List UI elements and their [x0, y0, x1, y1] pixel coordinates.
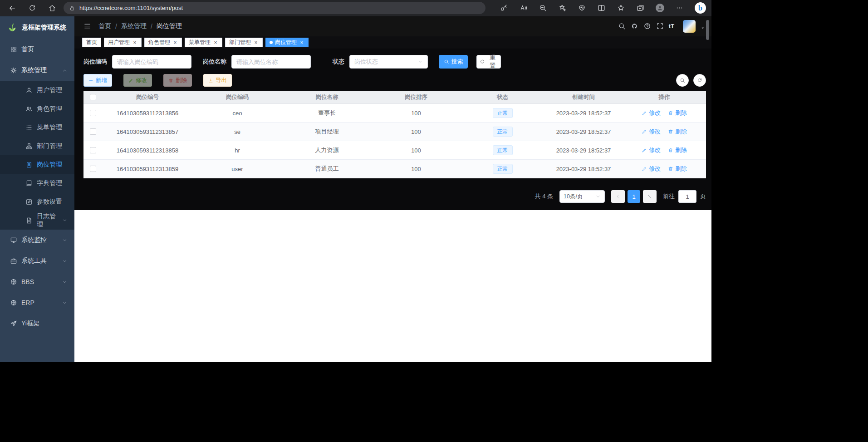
- close-icon[interactable]: ×: [253, 40, 259, 45]
- sidebar-item-dict-admin[interactable]: 字典管理: [0, 174, 74, 192]
- sidebar-item-dept-admin[interactable]: 部门管理: [0, 137, 74, 155]
- sidebar-item-role-admin[interactable]: 角色管理: [0, 99, 74, 118]
- password-icon[interactable]: [500, 4, 508, 12]
- tab-user-admin[interactable]: 用户管理×: [104, 38, 142, 47]
- cell-post-id: 1641030593112313857: [103, 123, 192, 141]
- sidebar-item-system-monitor[interactable]: 系统监控: [0, 230, 74, 250]
- sidebar-item-system-admin[interactable]: 系统管理: [0, 60, 74, 81]
- close-icon[interactable]: ×: [172, 40, 178, 45]
- zoom-out-icon[interactable]: [539, 4, 547, 12]
- tab-post-admin[interactable]: 岗位管理×: [265, 38, 309, 47]
- table-row[interactable]: 1641030593112313857se项目经理100正常2023-03-29…: [83, 123, 706, 141]
- sidebar-item-system-tools[interactable]: 系统工具: [0, 250, 74, 271]
- split-screen-icon[interactable]: [597, 4, 606, 12]
- next-page-button[interactable]: [643, 190, 657, 203]
- address-bar[interactable]: https://ccnetcore.com:1101/system/post: [64, 2, 485, 14]
- tab-home[interactable]: 首页: [82, 38, 101, 47]
- toggle-search-button[interactable]: [676, 74, 689, 87]
- select-all-checkbox[interactable]: [90, 94, 96, 100]
- favorites-add-icon[interactable]: [558, 4, 567, 12]
- page-size-select[interactable]: 10条/页: [559, 190, 605, 203]
- row-edit-link[interactable]: 修改: [642, 109, 661, 117]
- refresh-icon[interactable]: [28, 4, 36, 12]
- tab-menu-admin[interactable]: 菜单管理×: [185, 38, 222, 47]
- sidebar-item-yi-framework[interactable]: Yi框架: [0, 313, 74, 334]
- page-number-1[interactable]: 1: [628, 190, 640, 203]
- export-button[interactable]: 导出: [203, 74, 232, 87]
- sidebar-item-user-admin[interactable]: 用户管理: [0, 81, 74, 99]
- add-button[interactable]: 新增: [83, 74, 112, 87]
- cell-post-id: 1641030593112313859: [103, 160, 192, 178]
- status-badge: 正常: [493, 127, 513, 137]
- help-icon[interactable]: [643, 22, 651, 30]
- row-edit-link[interactable]: 修改: [642, 165, 661, 173]
- status-select[interactable]: 岗位状态: [349, 55, 428, 69]
- search-button[interactable]: 搜索: [439, 55, 468, 69]
- close-icon[interactable]: ×: [132, 40, 137, 45]
- tab-dept-admin[interactable]: 部门管理×: [225, 38, 263, 47]
- row-edit-link[interactable]: 修改: [642, 128, 661, 136]
- status-badge: 正常: [493, 164, 513, 174]
- font-size-icon[interactable]: tT: [669, 23, 674, 29]
- close-icon[interactable]: ×: [299, 40, 304, 45]
- edit-icon: [642, 129, 647, 134]
- post-name-input[interactable]: [231, 55, 311, 69]
- sidebar-item-home[interactable]: 首页: [0, 39, 74, 60]
- page-scrollbar-thumb[interactable]: [706, 20, 709, 40]
- user-avatar[interactable]: [683, 20, 696, 33]
- url-text[interactable]: https://ccnetcore.com:1101/system/post: [79, 5, 183, 11]
- browser-essentials-icon[interactable]: [578, 4, 586, 12]
- prev-page-button[interactable]: [611, 190, 625, 203]
- table-row[interactable]: 1641030593112313859user普通员工100正常2023-03-…: [83, 160, 706, 178]
- back-icon[interactable]: [8, 4, 16, 12]
- refresh-table-button[interactable]: [693, 74, 706, 87]
- collections-icon[interactable]: [636, 4, 645, 12]
- row-delete-link[interactable]: 删除: [668, 146, 687, 154]
- breadcrumb-system[interactable]: 系统管理: [121, 22, 147, 30]
- row-delete-link[interactable]: 删除: [668, 165, 687, 173]
- browser-nav-buttons: [8, 4, 56, 12]
- header-search-icon[interactable]: [618, 22, 626, 30]
- row-delete-link[interactable]: 删除: [668, 109, 687, 117]
- home-icon[interactable]: [48, 4, 56, 12]
- app-logo[interactable]: 意框架管理系统: [0, 16, 74, 39]
- github-icon[interactable]: [631, 22, 638, 30]
- col-post-sort: 岗位排序: [372, 91, 461, 104]
- row-checkbox[interactable]: [90, 147, 96, 153]
- fullscreen-icon[interactable]: [656, 22, 664, 30]
- edit-button[interactable]: 修改: [123, 74, 152, 87]
- navbar: 首页 / 系统管理 / 岗位管理 tT: [74, 16, 711, 36]
- row-checkbox[interactable]: [90, 166, 96, 172]
- sidebar-item-post-admin[interactable]: 岗位管理: [0, 155, 74, 174]
- row-checkbox[interactable]: [90, 110, 96, 116]
- browser-profile-icon[interactable]: [656, 4, 664, 12]
- sidebar-item-erp[interactable]: ERP: [0, 292, 74, 313]
- edit-button-label: 修改: [136, 77, 147, 84]
- goto-page-input[interactable]: [678, 190, 696, 203]
- chevron-down-icon: [62, 218, 67, 223]
- post-code-input[interactable]: [112, 55, 191, 69]
- edit-icon: [128, 78, 133, 83]
- table-row[interactable]: 1641030593112313856ceo董事长100正常2023-03-29…: [83, 104, 706, 123]
- chevron-down-icon[interactable]: [701, 26, 705, 30]
- row-delete-link[interactable]: 删除: [668, 128, 687, 136]
- copilot-bing-icon[interactable]: b: [695, 2, 706, 14]
- browser-menu-icon[interactable]: [675, 4, 684, 12]
- reset-button[interactable]: 重置: [476, 55, 501, 69]
- row-edit-link[interactable]: 修改: [642, 146, 661, 154]
- sidebar-item-bbs[interactable]: BBS: [0, 271, 74, 292]
- breadcrumb-home[interactable]: 首页: [98, 22, 111, 30]
- sidebar-item-menu-admin[interactable]: 菜单管理: [0, 118, 74, 137]
- favorites-icon[interactable]: [617, 4, 625, 12]
- sidebar-item-param-settings[interactable]: 参数设置: [0, 192, 74, 211]
- tab-role-admin[interactable]: 角色管理×: [144, 38, 182, 47]
- lock-icon[interactable]: [69, 5, 75, 11]
- read-aloud-icon[interactable]: [519, 4, 528, 12]
- table-row[interactable]: 1641030593112313858hr人力资源100正常2023-03-29…: [83, 141, 706, 160]
- table-header-row: 岗位编号 岗位编码 岗位名称 岗位排序 状态 创建时间 操作: [83, 91, 706, 104]
- close-icon[interactable]: ×: [213, 40, 218, 45]
- delete-button[interactable]: 删除: [163, 74, 192, 87]
- sidebar-item-log-admin[interactable]: 日志管理: [0, 211, 74, 230]
- row-checkbox[interactable]: [90, 128, 96, 135]
- sidebar-toggle-icon[interactable]: [83, 22, 91, 30]
